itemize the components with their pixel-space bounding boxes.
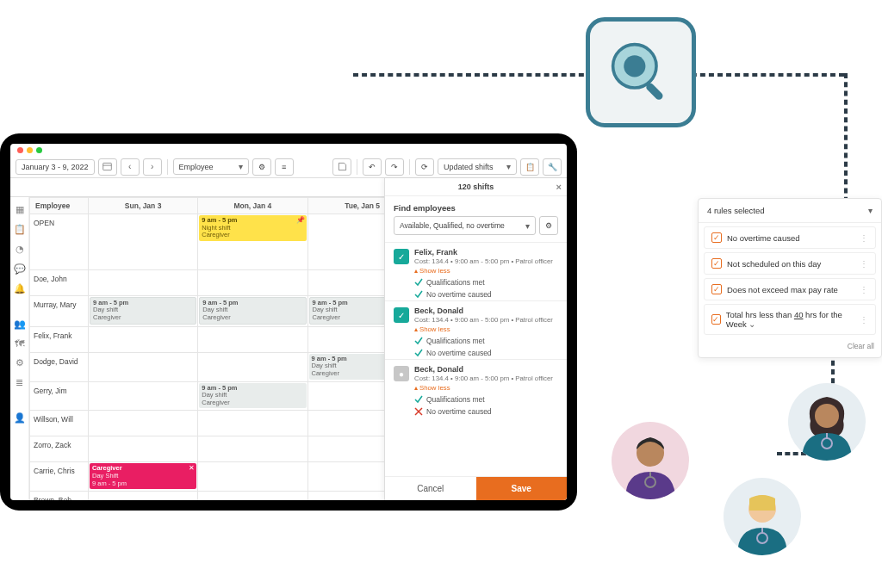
checkbox-icon[interactable]: ✓ bbox=[711, 314, 721, 325]
prev-button[interactable]: ‹ bbox=[121, 158, 140, 176]
rules-header[interactable]: 4 rules selected ▾ bbox=[699, 199, 881, 223]
qualification-row: Qualifications met bbox=[385, 276, 567, 288]
check-badge-icon: ✓ bbox=[394, 307, 409, 323]
row-label: Gerry, Jim bbox=[30, 381, 89, 411]
qualification-row: Qualifications met bbox=[385, 335, 567, 347]
col-employee: Employee bbox=[30, 198, 89, 214]
date-range-picker[interactable]: January 3 - 9, 2022 bbox=[16, 159, 95, 175]
col-mon: Mon, Jan 4 bbox=[198, 198, 307, 214]
grid-icon[interactable]: ▦ bbox=[16, 204, 24, 215]
user-icon[interactable]: 👤 bbox=[14, 412, 26, 424]
calendar-button[interactable] bbox=[98, 158, 117, 176]
list-icon[interactable]: ≣ bbox=[16, 377, 23, 388]
gear-icon[interactable]: ⚙ bbox=[16, 357, 24, 368]
clipboard-icon[interactable]: 📋 bbox=[14, 224, 26, 235]
search-settings-icon bbox=[586, 17, 696, 127]
close-icon[interactable] bbox=[17, 147, 23, 153]
close-icon[interactable]: × bbox=[556, 182, 562, 192]
minimize-icon[interactable] bbox=[27, 147, 33, 153]
filter-settings-button[interactable]: ⚙ bbox=[539, 216, 558, 235]
pin-icon: 📌 bbox=[296, 216, 305, 224]
rule-item[interactable]: ✓No overtime caused⋮ bbox=[704, 226, 876, 249]
rule-label: Not scheduled on this day bbox=[727, 259, 821, 269]
employee-result[interactable]: ✓ Felix, Frank Cost: 134.4 • 9:00 am - 5… bbox=[385, 242, 567, 300]
more-icon[interactable]: ⋮ bbox=[860, 315, 868, 325]
chat-icon[interactable]: 💬 bbox=[14, 263, 26, 275]
save-button[interactable] bbox=[332, 158, 351, 176]
chevron-down-icon: ▾ bbox=[506, 162, 511, 171]
chevron-down-icon: ▾ bbox=[239, 162, 243, 171]
qualification-row: Qualifications met bbox=[385, 393, 567, 405]
date-range-label: January 3 - 9, 2022 bbox=[22, 163, 89, 171]
maximize-icon[interactable] bbox=[36, 147, 42, 153]
row-label: Carrie, Chris bbox=[30, 462, 89, 492]
filter-select[interactable]: Available, Qualified, no overtime ▾ bbox=[394, 216, 536, 235]
unassign-icon[interactable]: ✕ bbox=[189, 464, 195, 472]
employee-result[interactable]: ✓ Beck, Donald Cost: 134.4 • 9:00 am - 5… bbox=[385, 300, 567, 359]
cancel-button[interactable]: Cancel bbox=[385, 477, 476, 500]
overtime-row: No overtime caused bbox=[385, 347, 567, 359]
show-less-link[interactable]: ▴ Show less bbox=[414, 267, 553, 275]
svg-rect-2 bbox=[630, 49, 641, 53]
svg-rect-3 bbox=[630, 78, 641, 83]
rule-item[interactable]: ✓Not scheduled on this day⋮ bbox=[704, 252, 876, 275]
row-label: Felix, Frank bbox=[30, 326, 89, 352]
shifts-count: 120 shifts bbox=[458, 183, 494, 191]
chevron-down-icon: ▾ bbox=[525, 221, 530, 231]
map-icon[interactable]: 🗺 bbox=[15, 338, 24, 349]
svg-rect-4 bbox=[618, 61, 622, 72]
show-less-link[interactable]: ▴ Show less bbox=[414, 384, 553, 392]
window-controls bbox=[17, 147, 42, 153]
more-icon[interactable]: ⋮ bbox=[860, 233, 868, 243]
svg-rect-6 bbox=[644, 82, 664, 102]
grouping-select[interactable]: Employee ▾ bbox=[173, 158, 249, 175]
save-button[interactable]: Save bbox=[476, 477, 568, 500]
tools-button[interactable]: 🔧 bbox=[543, 158, 562, 176]
chevron-down-icon: ▾ bbox=[868, 206, 873, 215]
undo-button[interactable]: ↶ bbox=[363, 158, 382, 176]
updated-shifts-select[interactable]: Updated shifts ▾ bbox=[438, 158, 517, 175]
settings-button[interactable]: ⚙ bbox=[252, 158, 271, 176]
svg-rect-16 bbox=[103, 163, 112, 170]
rule-item[interactable]: ✓ Total hrs less than 40 hrs for the Wee… bbox=[704, 304, 876, 335]
employee-name: Beck, Donald bbox=[414, 365, 553, 374]
clipboard-button[interactable]: 📋 bbox=[520, 158, 539, 176]
chart-icon[interactable]: ◔ bbox=[16, 244, 24, 255]
more-icon[interactable]: ⋮ bbox=[860, 259, 868, 269]
avatar bbox=[788, 383, 866, 461]
rules-count-label: 4 rules selected bbox=[707, 206, 765, 215]
redo-button[interactable]: ↷ bbox=[385, 158, 404, 176]
panel-header: 120 shifts × bbox=[385, 178, 567, 196]
tablet-frame: January 3 - 9, 2022 ‹ › Employee ▾ ⚙ ≡ ↶… bbox=[0, 133, 577, 511]
refresh-button[interactable]: ⟳ bbox=[415, 158, 434, 176]
shift-card[interactable]: 9 am - 5 pmDay shiftCaregiver bbox=[90, 297, 196, 325]
rule-item[interactable]: ✓Does not exceed max pay rate⋮ bbox=[704, 278, 876, 300]
left-icon-rail: ▦ 📋 ◔ 💬 🔔 👥 🗺 ⚙ ≣ 👤 bbox=[10, 197, 29, 500]
more-icon[interactable]: ⋮ bbox=[860, 285, 868, 294]
clear-all-link[interactable]: Clear all bbox=[699, 338, 881, 357]
avatar bbox=[612, 422, 689, 499]
check-badge-icon: ✓ bbox=[394, 249, 409, 264]
row-label: Murray, Mary bbox=[30, 295, 89, 326]
checkbox-icon[interactable]: ✓ bbox=[711, 258, 722, 269]
shift-card[interactable]: 📌9 am - 5 pmNight shiftCaregiver bbox=[199, 215, 306, 241]
row-label: Brown, Bob bbox=[30, 492, 89, 500]
grouping-label: Employee bbox=[179, 163, 214, 171]
shift-card[interactable]: 9 am - 5 pmDay shiftCaregiver bbox=[199, 297, 306, 325]
row-label: Willson, Will bbox=[30, 411, 89, 436]
show-less-link[interactable]: ▴ Show less bbox=[414, 325, 553, 333]
employee-meta: Cost: 134.4 • 9:00 am - 5:00 pm • Patrol… bbox=[414, 316, 553, 324]
bell-icon[interactable]: 🔔 bbox=[14, 283, 26, 294]
rule-label: No overtime caused bbox=[727, 233, 799, 243]
users-icon[interactable]: 👥 bbox=[14, 319, 26, 330]
employee-meta: Cost: 134.4 • 9:00 am - 5:00 pm • Patrol… bbox=[414, 257, 553, 265]
shift-card[interactable]: 9 am - 5 pmDay shiftCaregiver bbox=[199, 383, 306, 409]
checkbox-icon[interactable]: ✓ bbox=[711, 232, 722, 243]
svg-rect-5 bbox=[647, 61, 651, 72]
checkbox-icon[interactable]: ✓ bbox=[711, 284, 722, 294]
sliders-button[interactable]: ≡ bbox=[275, 158, 294, 176]
next-button[interactable]: › bbox=[143, 158, 162, 176]
shift-card[interactable]: ✕CaregiverDay Shift9 am - 5 pm bbox=[90, 463, 196, 489]
employee-result[interactable]: ● Beck, Donald Cost: 134.4 • 9:00 am - 5… bbox=[385, 359, 567, 418]
overtime-row: No overtime caused bbox=[385, 405, 567, 418]
